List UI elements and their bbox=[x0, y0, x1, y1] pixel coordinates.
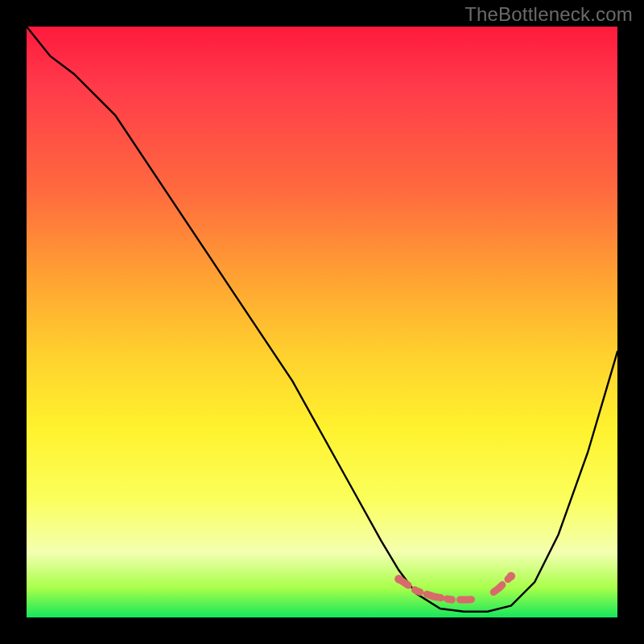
chart-frame: TheBottleneck.com bbox=[0, 0, 644, 644]
chart-svg bbox=[27, 27, 617, 617]
plot-area bbox=[27, 27, 617, 617]
optimal-range-marker bbox=[394, 572, 515, 600]
svg-point-1 bbox=[507, 572, 515, 580]
watermark-text: TheBottleneck.com bbox=[464, 3, 633, 26]
svg-point-0 bbox=[394, 575, 402, 583]
bottleneck-curve bbox=[27, 27, 617, 612]
